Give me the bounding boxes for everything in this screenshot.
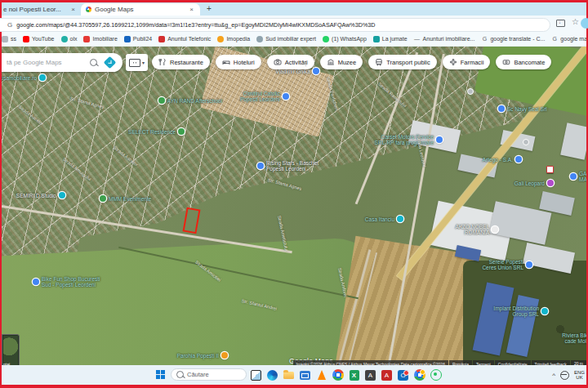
gab-clipped-label[interactable]: GABMA xyxy=(579,171,586,182)
install-app-icon[interactable] xyxy=(556,20,565,27)
hidden-icons-chevron[interactable]: ^ xyxy=(552,372,555,379)
chip-bancomate[interactable]: Bancomate xyxy=(496,55,551,69)
chip-muzee[interactable]: Muzee xyxy=(320,55,363,69)
search-input[interactable]: tă pe Google Maps xyxy=(7,59,90,66)
map-canvas[interactable]: musamobiliare.roAYN RAND AfterschoolVlad… xyxy=(2,47,586,368)
tab-google-maps[interactable]: Google Maps × xyxy=(81,3,200,16)
artego-sa-label[interactable]: Artego - S.A. xyxy=(483,157,513,163)
riviera-bike-label[interactable]: Riviera Bikecade Molie xyxy=(562,332,586,344)
bookmark-item[interactable]: Imopedia xyxy=(217,36,250,42)
cimitirul-catolic-label[interactable]: Cimitirul CatolicPopești Leordeni xyxy=(240,91,280,102)
chip-activități[interactable]: Activități xyxy=(267,55,314,69)
rising-stars-baschet-pin-icon[interactable] xyxy=(257,163,264,169)
start-button-icon[interactable] xyxy=(156,370,165,379)
sheets-icon[interactable]: X xyxy=(348,368,360,382)
mail-icon[interactable] xyxy=(299,368,311,382)
whatsapp-icon xyxy=(323,36,329,42)
tab-case-noi-popesti[interactable]: e noi Popesti Leor... × xyxy=(2,3,77,16)
chip-label: Muzee xyxy=(338,59,357,66)
chrome-badge-icon[interactable] xyxy=(413,368,425,382)
serele-ceres-union-label[interactable]: Serele PopestiCeres Union SRL xyxy=(482,259,523,270)
bookmark-label: La jumate xyxy=(382,36,408,42)
artego-sa-pin-icon[interactable] xyxy=(515,156,522,163)
maps-search-box[interactable]: tă pe Google Maps xyxy=(2,53,122,72)
parohia-popesti-label[interactable]: Parohia Popești II xyxy=(177,353,219,359)
akzo-nobel-romania-label[interactable]: AKZO NOBELROMANIA xyxy=(455,224,489,235)
taskbar-search[interactable]: Căutare xyxy=(171,368,247,381)
folder-icon[interactable] xyxy=(283,368,295,382)
outlook-icon[interactable]: O xyxy=(397,368,409,382)
serele-ceres-union-pin-icon[interactable] xyxy=(526,261,532,268)
select-residence-label[interactable]: SELECT Residence xyxy=(128,129,176,135)
semird-studio-pin-icon[interactable] xyxy=(59,192,65,198)
bike-fun-shop-label[interactable]: Bike Fun Shop BucurestiSud - Popesti Leo… xyxy=(42,276,100,288)
url-bar[interactable]: G google.com/maps/@44.3705597,26.1699212… xyxy=(0,18,550,32)
photos-icon[interactable]: A xyxy=(364,368,376,382)
new-tab-button[interactable]: + xyxy=(207,4,212,13)
mmm-evenimente-pin-icon[interactable] xyxy=(100,195,106,202)
tab-close-icon[interactable]: × xyxy=(188,6,195,13)
bookmark-item[interactable]: ss xyxy=(2,36,16,42)
akzo-nobel-romania-pin-icon[interactable] xyxy=(492,226,498,233)
search-icon[interactable] xyxy=(90,59,97,66)
implant-distribution-label[interactable]: Implant DistributionGroup SRL xyxy=(493,305,539,317)
select-residence-pin-icon[interactable] xyxy=(178,128,185,135)
mmm-evenimente-label[interactable]: MMM Evenimente xyxy=(109,196,151,202)
chip-farmacii[interactable]: Farmacii xyxy=(443,55,491,69)
keyboard-input-button[interactable]: ▾ xyxy=(126,54,148,71)
carset-motors-pin-icon[interactable] xyxy=(436,136,443,143)
bookmark-item[interactable]: Publi24 xyxy=(124,36,152,42)
layers-thumbnail[interactable]: ntai xyxy=(2,334,20,368)
cimitirul-catolic-pin-icon[interactable] xyxy=(283,93,289,100)
implant-distribution-pin-icon[interactable] xyxy=(541,308,548,314)
bookmark-item[interactable]: Anuntul Telefonic xyxy=(158,36,211,42)
bookmark-item[interactable]: Imobiliare xyxy=(83,36,117,42)
musamobiliare-ro-label[interactable]: musamobiliare.ro xyxy=(2,75,37,81)
bike-fun-shop-pin-icon[interactable] xyxy=(33,279,39,285)
casa-itanciu-pin-icon[interactable] xyxy=(397,216,403,222)
gab-clipped-pin-icon[interactable] xyxy=(570,173,577,180)
ayn-rand-afterschool-label[interactable]: AYN RAND Afterschool xyxy=(167,98,222,104)
carset-motors-label[interactable]: Carset Motors ServiceSRL-RP fara program… xyxy=(375,134,434,145)
chrome-badge-icon xyxy=(414,369,425,381)
sc-navy-seal-label[interactable]: Sc Navy Seal Srl xyxy=(507,106,547,112)
profile-avatar[interactable] xyxy=(581,18,588,29)
whatsapp-icon[interactable] xyxy=(430,368,442,382)
gali-leopard-label[interactable]: Gali Leopard xyxy=(514,181,545,186)
chip-transport-public[interactable]: Transport public xyxy=(368,55,437,69)
directions-icon[interactable] xyxy=(104,56,117,69)
network-icon[interactable] xyxy=(560,371,569,380)
language-indicator[interactable]: ENGUK xyxy=(574,370,585,381)
bookmark-item[interactable]: Ggoogle maps - Căut... xyxy=(551,36,586,42)
bookmark-label: Imopedia xyxy=(226,36,250,42)
bookmark-item[interactable]: La jumate xyxy=(373,36,408,42)
gali-leopard-pin-icon[interactable] xyxy=(547,180,554,186)
parohia-popesti-pin-icon[interactable] xyxy=(221,352,228,359)
whatsapp-icon xyxy=(430,369,442,381)
bookmark-item[interactable]: —Anunturi imobiliare... xyxy=(414,36,475,42)
chip-hoteluri[interactable]: Hoteluri xyxy=(216,55,261,69)
casa-itanciu-label[interactable]: Casa Itanciu xyxy=(365,216,394,222)
bookmark-star-icon[interactable]: ☆ xyxy=(572,17,579,26)
ayn-rand-afterschool-pin-icon[interactable] xyxy=(158,97,165,104)
transit-icon xyxy=(375,58,383,66)
rising-stars-baschet-label[interactable]: Rising Stars - BaschetPopesti Leordeni xyxy=(266,160,318,172)
bookmark-item[interactable]: YouTube xyxy=(23,36,55,42)
chip-restaurante[interactable]: Restaurante xyxy=(152,55,210,69)
semird-studio-label[interactable]: SEMIRI D Studio xyxy=(16,193,56,198)
tab-close-icon[interactable]: × xyxy=(69,6,77,13)
bookmark-item[interactable]: Ggoogle translate - C... xyxy=(481,36,545,42)
acrobat-icon[interactable]: A xyxy=(381,368,393,382)
bookmark-label: olx xyxy=(70,36,78,42)
musamobiliare-ro-pin-icon[interactable] xyxy=(39,74,46,81)
lajumate-icon xyxy=(373,36,380,42)
bookmark-item[interactable]: Sud imobiliar expert xyxy=(256,36,316,42)
task-view-icon[interactable] xyxy=(250,368,262,382)
edge-icon[interactable] xyxy=(266,368,278,382)
bookmark-item[interactable]: (1) WhatsApp xyxy=(323,36,367,42)
sc-navy-seal-pin-icon[interactable] xyxy=(498,105,505,112)
chrome-icon[interactable] xyxy=(332,368,344,382)
bookmark-item[interactable]: olx xyxy=(61,36,78,42)
vlc-icon[interactable] xyxy=(315,368,327,382)
google-maps-favicon-icon xyxy=(86,7,91,12)
